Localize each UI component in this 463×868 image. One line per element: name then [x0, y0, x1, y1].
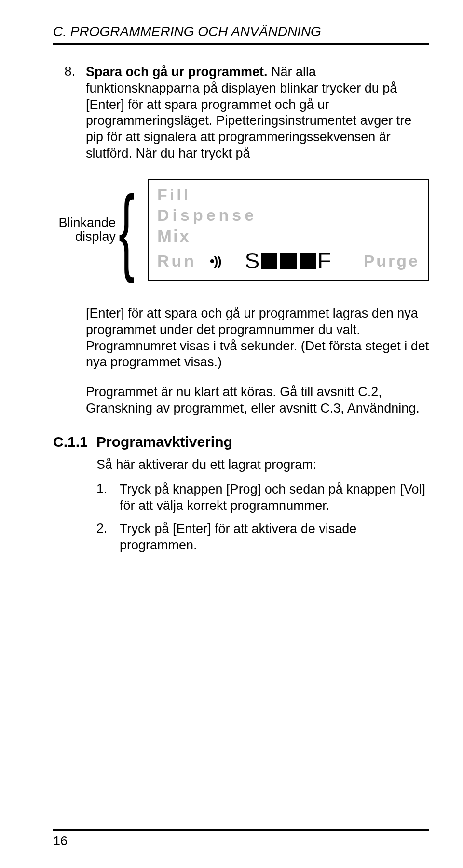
subsection-number: C.1.1: [53, 434, 96, 450]
display-fill: Fill: [157, 185, 420, 205]
display-purge: Purge: [364, 251, 420, 271]
subsection-intro: Så här aktiverar du ett lagrat program:: [96, 457, 429, 473]
square-icon: [261, 253, 277, 269]
subsection-title: Programavktivering: [96, 434, 232, 450]
paragraph-after-display-1: [Enter] för att spara och gå ur programm…: [86, 306, 429, 371]
step-body: Spara och gå ur programmet. När alla fun…: [86, 64, 429, 162]
step-number: 8.: [53, 64, 86, 162]
brace-icon: {: [119, 196, 131, 264]
page-footer: 16: [53, 829, 429, 849]
list-number: 1.: [96, 481, 120, 514]
device-display: Fill Dispense Mix Run •)) S F Purge: [148, 179, 429, 282]
figure-label-line2: display: [75, 229, 116, 244]
list-text: Tryck på [Enter] för att aktivera de vis…: [120, 521, 429, 554]
display-f: F: [317, 247, 331, 275]
page-number: 16: [53, 834, 68, 848]
square-icon: [300, 253, 316, 269]
sound-icon: •)): [210, 253, 220, 269]
figure-label-line1: Blinkande: [58, 215, 116, 230]
list-number: 2.: [96, 521, 120, 554]
display-mix: Mix: [157, 226, 420, 247]
figure-label: Blinkande display: [53, 216, 119, 244]
section-header: C. PROGRAMMERING OCH ANVÄNDNING: [53, 24, 429, 45]
list-text: Tryck på knappen [Prog] och sedan på kna…: [120, 481, 429, 514]
blinking-display-figure: Blinkande display { Fill Dispense Mix Ru…: [53, 179, 429, 282]
paragraph-after-display-2: Programmet är nu klart att köras. Gå til…: [86, 384, 429, 417]
subsection-heading: C.1.1 Programavktivering: [53, 434, 429, 450]
step-title: Spara och gå ur programmet.: [86, 65, 268, 79]
list-item-2: 2. Tryck på [Enter] för att aktivera de …: [96, 521, 429, 554]
display-run: Run: [157, 251, 196, 271]
step-8: 8. Spara och gå ur programmet. När alla …: [53, 64, 429, 162]
square-icon: [280, 253, 297, 269]
list-item-1: 1. Tryck på knappen [Prog] och sedan på …: [96, 481, 429, 514]
display-dispense: Dispense: [157, 205, 420, 226]
display-sf: S F: [245, 247, 331, 275]
display-s: S: [245, 247, 260, 275]
